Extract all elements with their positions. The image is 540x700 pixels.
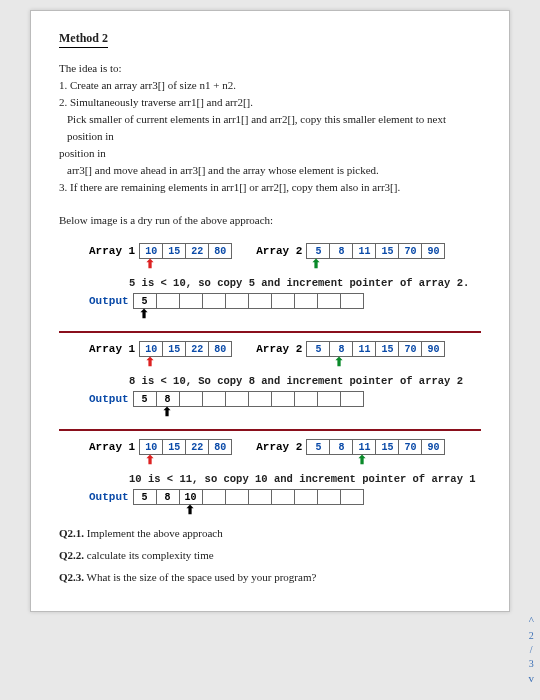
output-label: Output [89, 393, 129, 405]
array-cell [248, 392, 271, 407]
step-explanation: 8 is < 10, So copy 8 and increment point… [129, 375, 481, 387]
array-cell: 90 [422, 440, 445, 455]
page-nav-sidebar: ^ 2 / 3 v [529, 613, 535, 686]
array-cell: 5 [133, 490, 156, 505]
array-cell [294, 490, 317, 505]
array-cell [225, 392, 248, 407]
array-cell: 5 [133, 392, 156, 407]
dry-run-step: Array 110152280Array 25811157090⬆⬆8 is <… [59, 341, 481, 419]
pointer-array2-icon: ⬆ [328, 357, 350, 367]
array-cell [202, 392, 225, 407]
array1-label: Array 1 [89, 441, 135, 453]
output-label: Output [89, 295, 129, 307]
array-cell [179, 294, 202, 309]
array-cell: 15 [163, 440, 186, 455]
array1-label: Array 1 [89, 245, 135, 257]
array-cell [340, 490, 363, 505]
nav-up-icon[interactable]: ^ [529, 613, 535, 628]
array-cell [225, 294, 248, 309]
array-cell [156, 294, 179, 309]
output-label: Output [89, 491, 129, 503]
array-cell: 11 [353, 342, 376, 357]
array-cell: 5 [307, 440, 330, 455]
array1-label: Array 1 [89, 343, 135, 355]
array2-label: Array 2 [256, 441, 302, 453]
nav-page-3[interactable]: 3 [529, 657, 535, 671]
dry-run-steps: Array 110152280Array 25811157090⬆⬆5 is <… [59, 243, 481, 517]
question-2-2: Q2.2. calculate its complexity time [59, 549, 481, 561]
array-cell [340, 294, 363, 309]
step-3: 3. If there are remaining elements in ar… [59, 179, 481, 196]
nav-slash: / [529, 643, 535, 657]
step-2-detail-c: arr3[] and move ahead in arr3[] and the … [59, 162, 481, 179]
step-explanation: 5 is < 10, so copy 5 and increment point… [129, 277, 481, 289]
array-cell: 8 [330, 440, 353, 455]
array-cell: 90 [422, 342, 445, 357]
array-cell: 15 [376, 440, 399, 455]
array-cell [317, 294, 340, 309]
array-cell: 15 [376, 244, 399, 259]
array-cell: 8 [330, 244, 353, 259]
pointer-array2-icon: ⬆ [305, 259, 327, 269]
array-cell: 80 [209, 440, 232, 455]
array-cell [340, 392, 363, 407]
array-cell: 70 [399, 244, 422, 259]
array2-label: Array 2 [256, 343, 302, 355]
array-cell: 5 [307, 342, 330, 357]
question-2-1: Q2.1. Implement the above approach [59, 527, 481, 539]
step-2-detail-a: Pick smaller of current elements in arr1… [59, 111, 481, 145]
pointer-output-icon: ⬆ [179, 505, 201, 515]
pointer-output-icon: ⬆ [156, 407, 178, 417]
array-cell: 22 [186, 440, 209, 455]
array-cell: 70 [399, 342, 422, 357]
array-cell [271, 490, 294, 505]
step-divider [59, 331, 481, 333]
array-cell [271, 392, 294, 407]
array-cell: 80 [209, 342, 232, 357]
dry-run-step: Array 110152280Array 25811157090⬆⬆10 is … [59, 439, 481, 517]
array-cell: 90 [422, 244, 445, 259]
array-cell: 15 [163, 244, 186, 259]
step-explanation: 10 is < 11, so copy 10 and increment poi… [129, 473, 481, 485]
pointer-array2-icon: ⬆ [351, 455, 373, 465]
method-title: Method 2 [59, 31, 108, 48]
array-cell [179, 392, 202, 407]
pointer-array1-icon: ⬆ [139, 455, 161, 465]
array-cell [317, 392, 340, 407]
step-1: 1. Create an array arr3[] of size n1 + n… [59, 77, 481, 94]
array-cell: 22 [186, 244, 209, 259]
step-divider [59, 429, 481, 431]
array-cell [317, 490, 340, 505]
intro-text: The idea is to: [59, 60, 481, 77]
step-2-detail-b: position in [59, 145, 481, 162]
array2-label: Array 2 [256, 245, 302, 257]
nav-down-icon[interactable]: v [529, 671, 535, 686]
array-cell: 8 [156, 490, 179, 505]
array-cell: 15 [163, 342, 186, 357]
pointer-array1-icon: ⬆ [139, 259, 161, 269]
array-cell [248, 294, 271, 309]
array-cell [294, 392, 317, 407]
pointer-array1-icon: ⬆ [139, 357, 161, 367]
pointer-output-icon: ⬆ [133, 309, 155, 319]
array-cell [271, 294, 294, 309]
nav-page-2[interactable]: 2 [529, 629, 535, 643]
array-cell: 11 [353, 244, 376, 259]
array-cell: 15 [376, 342, 399, 357]
array-cell: 70 [399, 440, 422, 455]
array-cell [248, 490, 271, 505]
array-cell [202, 490, 225, 505]
document-page: Method 2 The idea is to: 1. Create an ar… [30, 10, 510, 612]
array-cell [202, 294, 225, 309]
question-2-3: Q2.3. What is the size of the space used… [59, 571, 481, 583]
dry-run-caption: Below image is a dry run of the above ap… [59, 212, 481, 229]
dry-run-step: Array 110152280Array 25811157090⬆⬆5 is <… [59, 243, 481, 321]
step-2: 2. Simultaneously traverse arr1[] and ar… [59, 94, 481, 111]
array-cell [225, 490, 248, 505]
array-cell: 22 [186, 342, 209, 357]
array-cell: 80 [209, 244, 232, 259]
array-cell [294, 294, 317, 309]
